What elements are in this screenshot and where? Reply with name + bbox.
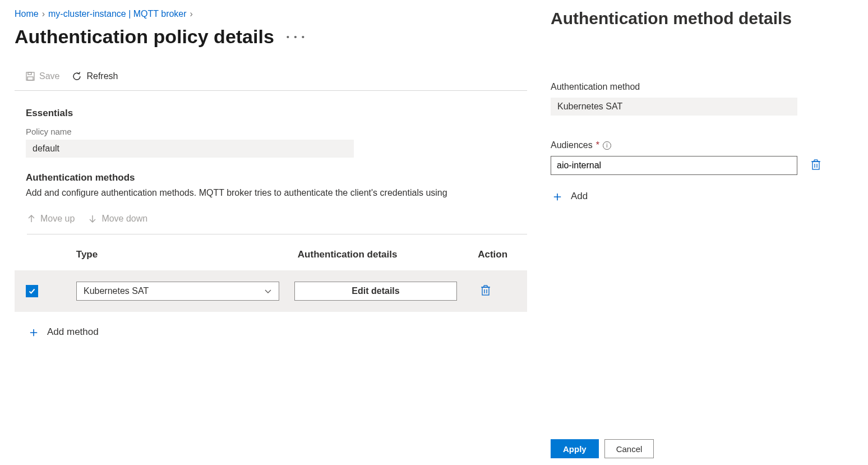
header-auth: Authentication details [298,249,460,260]
header-action: Action [460,249,516,260]
policy-name-label: Policy name [26,127,527,136]
arrow-up-icon [27,214,36,223]
auth-methods-label: Authentication methods [26,172,527,183]
svg-rect-5 [482,287,489,295]
plus-icon: ＋ [551,187,564,205]
header-type: Type [76,249,298,260]
cancel-button[interactable]: Cancel [604,439,654,458]
required-indicator: * [596,140,599,150]
policy-name-value: default [26,140,354,158]
table-header: Type Authentication details Action [15,249,527,260]
delete-audience-button[interactable] [811,159,821,172]
add-label: Add [571,191,588,202]
save-icon [26,72,35,81]
row-checkbox[interactable] [26,285,38,297]
plus-icon: ＋ [27,323,40,341]
edit-details-button[interactable]: Edit details [294,282,457,301]
save-label: Save [39,71,59,81]
type-value: Kubernetes SAT [84,286,149,296]
chevron-right-icon: › [42,9,45,19]
panel-title: Authentication method details [551,9,853,28]
page-title: Authentication policy details [15,26,274,48]
svg-rect-2 [27,77,33,80]
refresh-button[interactable]: Refresh [72,71,118,81]
svg-rect-12 [812,162,819,169]
breadcrumb-home[interactable]: Home [15,9,39,19]
audience-input[interactable] [551,156,797,175]
breadcrumb: Home › my-cluster-instance | MQTT broker… [15,9,527,19]
move-up-button: Move up [27,214,75,224]
apply-button[interactable]: Apply [551,439,599,458]
chevron-right-icon: › [190,9,193,19]
table-row: Kubernetes SAT Edit details [15,270,527,312]
refresh-label: Refresh [86,71,118,81]
more-icon[interactable]: • • • [287,32,306,42]
trash-icon [481,284,491,296]
chevron-down-icon [264,287,272,295]
audience-row [551,156,853,175]
trash-icon [811,159,821,170]
breadcrumb-cluster[interactable]: my-cluster-instance | MQTT broker [48,9,187,19]
check-icon [28,287,36,295]
details-panel: Authentication method details Authentica… [536,0,868,465]
move-up-label: Move up [40,214,75,224]
audiences-label: Audiences [551,140,593,150]
auth-methods-desc: Add and configure authentication methods… [26,188,527,198]
info-icon[interactable]: i [603,141,611,150]
add-method-label: Add method [47,326,99,338]
save-button: Save [26,71,59,81]
toolbar: Save Refresh [15,71,527,91]
svg-rect-1 [28,72,31,75]
move-down-label: Move down [101,214,147,224]
arrow-down-icon [88,214,97,223]
essentials-label: Essentials [26,108,527,119]
move-down-button: Move down [88,214,147,224]
edit-details-label: Edit details [352,286,399,296]
delete-row-button[interactable] [481,284,491,298]
audiences-label-row: Audiences * i [551,140,853,150]
add-method-button[interactable]: ＋ Add method [27,323,527,341]
type-select[interactable]: Kubernetes SAT [76,282,279,301]
panel-method-label: Authentication method [551,82,853,92]
add-audience-button[interactable]: ＋ Add [551,187,853,205]
panel-method-value: Kubernetes SAT [551,98,797,116]
refresh-icon [72,71,82,81]
